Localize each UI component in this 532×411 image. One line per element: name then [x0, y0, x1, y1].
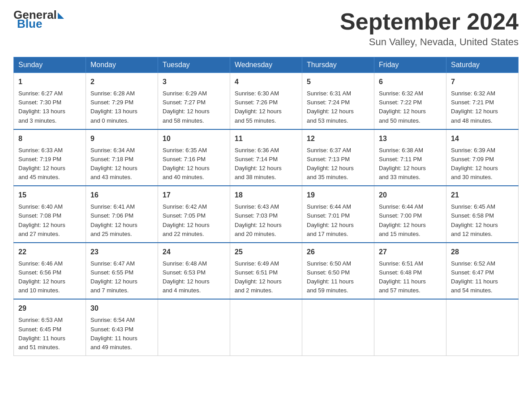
table-row [302, 299, 374, 355]
calendar-week-row: 1 Sunrise: 6:27 AMSunset: 7:30 PMDayligh… [14, 73, 519, 129]
day-number: 27 [379, 247, 442, 257]
header-tuesday: Tuesday [158, 57, 230, 73]
title-section: September 2024 Sun Valley, Nevada, Unite… [340, 9, 519, 48]
day-number: 21 [451, 190, 514, 201]
header-wednesday: Wednesday [230, 57, 302, 73]
location-text: Sun Valley, Nevada, United States [340, 36, 519, 48]
day-info: Sunrise: 6:49 AMSunset: 6:51 PMDaylight:… [235, 259, 297, 295]
day-number: 30 [90, 303, 153, 314]
logo-arrow-icon [58, 13, 64, 19]
calendar-week-row: 8 Sunrise: 6:33 AMSunset: 7:19 PMDayligh… [14, 129, 519, 186]
day-info: Sunrise: 6:36 AMSunset: 7:14 PMDaylight:… [235, 146, 297, 182]
day-number: 1 [18, 77, 81, 87]
table-row: 24 Sunrise: 6:48 AMSunset: 6:53 PMDaylig… [158, 243, 230, 300]
day-number: 9 [90, 133, 153, 144]
day-info: Sunrise: 6:45 AMSunset: 6:58 PMDaylight:… [451, 202, 514, 239]
table-row: 27 Sunrise: 6:51 AMSunset: 6:48 PMDaylig… [374, 243, 446, 300]
day-number: 8 [18, 133, 81, 144]
calendar-week-row: 29 Sunrise: 6:53 AMSunset: 6:45 PMDaylig… [14, 299, 519, 355]
day-info: Sunrise: 6:33 AMSunset: 7:19 PMDaylight:… [18, 146, 81, 182]
day-number: 16 [90, 190, 153, 201]
day-info: Sunrise: 6:52 AMSunset: 6:47 PMDaylight:… [451, 259, 514, 295]
day-number: 25 [235, 247, 297, 257]
day-info: Sunrise: 6:41 AMSunset: 7:06 PMDaylight:… [90, 202, 153, 239]
day-number: 4 [235, 77, 297, 87]
day-number: 7 [451, 77, 514, 87]
day-number: 2 [90, 77, 153, 87]
day-number: 15 [18, 190, 81, 201]
month-title: September 2024 [340, 9, 519, 34]
day-info: Sunrise: 6:47 AMSunset: 6:55 PMDaylight:… [90, 259, 153, 295]
table-row: 15 Sunrise: 6:40 AMSunset: 7:08 PMDaylig… [14, 186, 86, 243]
day-info: Sunrise: 6:54 AMSunset: 6:43 PMDaylight:… [90, 316, 153, 352]
day-number: 11 [235, 133, 297, 144]
day-info: Sunrise: 6:32 AMSunset: 7:22 PMDaylight:… [379, 89, 442, 125]
day-info: Sunrise: 6:31 AMSunset: 7:24 PMDaylight:… [307, 89, 369, 125]
day-number: 26 [307, 247, 369, 257]
day-info: Sunrise: 6:28 AMSunset: 7:29 PMDaylight:… [90, 89, 153, 125]
days-header-row: Sunday Monday Tuesday Wednesday Thursday… [14, 57, 519, 73]
table-row: 28 Sunrise: 6:52 AMSunset: 6:47 PMDaylig… [446, 243, 519, 300]
table-row: 19 Sunrise: 6:44 AMSunset: 7:01 PMDaylig… [302, 186, 374, 243]
day-number: 19 [307, 190, 369, 201]
header-sunday: Sunday [14, 57, 86, 73]
day-number: 29 [18, 303, 81, 314]
table-row: 2 Sunrise: 6:28 AMSunset: 7:29 PMDayligh… [86, 73, 158, 129]
table-row: 3 Sunrise: 6:29 AMSunset: 7:27 PMDayligh… [158, 73, 230, 129]
day-number: 12 [307, 133, 369, 144]
table-row: 12 Sunrise: 6:37 AMSunset: 7:13 PMDaylig… [302, 129, 374, 186]
day-number: 5 [307, 77, 369, 87]
table-row: 29 Sunrise: 6:53 AMSunset: 6:45 PMDaylig… [14, 299, 86, 355]
table-row: 7 Sunrise: 6:32 AMSunset: 7:21 PMDayligh… [446, 73, 519, 129]
day-info: Sunrise: 6:30 AMSunset: 7:26 PMDaylight:… [235, 89, 297, 125]
day-info: Sunrise: 6:38 AMSunset: 7:11 PMDaylight:… [379, 146, 442, 182]
logo: General Blue [13, 9, 64, 31]
table-row: 1 Sunrise: 6:27 AMSunset: 7:30 PMDayligh… [14, 73, 86, 129]
calendar-week-row: 22 Sunrise: 6:46 AMSunset: 6:56 PMDaylig… [14, 243, 519, 300]
table-row: 23 Sunrise: 6:47 AMSunset: 6:55 PMDaylig… [86, 243, 158, 300]
day-info: Sunrise: 6:27 AMSunset: 7:30 PMDaylight:… [18, 89, 81, 125]
day-number: 22 [18, 247, 81, 257]
table-row [158, 299, 230, 355]
table-row [230, 299, 302, 355]
table-row: 10 Sunrise: 6:35 AMSunset: 7:16 PMDaylig… [158, 129, 230, 186]
table-row [446, 299, 519, 355]
day-number: 3 [163, 77, 225, 87]
day-info: Sunrise: 6:35 AMSunset: 7:16 PMDaylight:… [163, 146, 225, 182]
table-row: 13 Sunrise: 6:38 AMSunset: 7:11 PMDaylig… [374, 129, 446, 186]
day-info: Sunrise: 6:46 AMSunset: 6:56 PMDaylight:… [18, 259, 81, 295]
day-number: 14 [451, 133, 514, 144]
table-row [374, 299, 446, 355]
table-row: 30 Sunrise: 6:54 AMSunset: 6:43 PMDaylig… [86, 299, 158, 355]
day-info: Sunrise: 6:50 AMSunset: 6:50 PMDaylight:… [307, 259, 369, 295]
table-row: 18 Sunrise: 6:43 AMSunset: 7:03 PMDaylig… [230, 186, 302, 243]
day-info: Sunrise: 6:53 AMSunset: 6:45 PMDaylight:… [18, 316, 81, 352]
day-number: 20 [379, 190, 442, 201]
day-info: Sunrise: 6:40 AMSunset: 7:08 PMDaylight:… [18, 202, 81, 239]
header-friday: Friday [374, 57, 446, 73]
table-row: 17 Sunrise: 6:42 AMSunset: 7:05 PMDaylig… [158, 186, 230, 243]
header-thursday: Thursday [302, 57, 374, 73]
day-info: Sunrise: 6:42 AMSunset: 7:05 PMDaylight:… [163, 202, 225, 239]
table-row: 25 Sunrise: 6:49 AMSunset: 6:51 PMDaylig… [230, 243, 302, 300]
day-info: Sunrise: 6:29 AMSunset: 7:27 PMDaylight:… [163, 89, 225, 125]
table-row: 20 Sunrise: 6:44 AMSunset: 7:00 PMDaylig… [374, 186, 446, 243]
table-row: 14 Sunrise: 6:39 AMSunset: 7:09 PMDaylig… [446, 129, 519, 186]
table-row: 21 Sunrise: 6:45 AMSunset: 6:58 PMDaylig… [446, 186, 519, 243]
day-number: 10 [163, 133, 225, 144]
page-header: General Blue September 2024 Sun Valley, … [13, 9, 519, 48]
table-row: 16 Sunrise: 6:41 AMSunset: 7:06 PMDaylig… [86, 186, 158, 243]
table-row: 8 Sunrise: 6:33 AMSunset: 7:19 PMDayligh… [14, 129, 86, 186]
calendar-week-row: 15 Sunrise: 6:40 AMSunset: 7:08 PMDaylig… [14, 186, 519, 243]
day-number: 17 [163, 190, 225, 201]
day-info: Sunrise: 6:44 AMSunset: 7:01 PMDaylight:… [307, 202, 369, 239]
table-row: 6 Sunrise: 6:32 AMSunset: 7:22 PMDayligh… [374, 73, 446, 129]
day-number: 13 [379, 133, 442, 144]
day-info: Sunrise: 6:34 AMSunset: 7:18 PMDaylight:… [90, 146, 153, 182]
table-row: 9 Sunrise: 6:34 AMSunset: 7:18 PMDayligh… [86, 129, 158, 186]
calendar-table: Sunday Monday Tuesday Wednesday Thursday… [13, 57, 519, 356]
day-info: Sunrise: 6:37 AMSunset: 7:13 PMDaylight:… [307, 146, 369, 182]
table-row: 26 Sunrise: 6:50 AMSunset: 6:50 PMDaylig… [302, 243, 374, 300]
logo-blue-text: Blue [17, 17, 42, 31]
header-saturday: Saturday [446, 57, 519, 73]
